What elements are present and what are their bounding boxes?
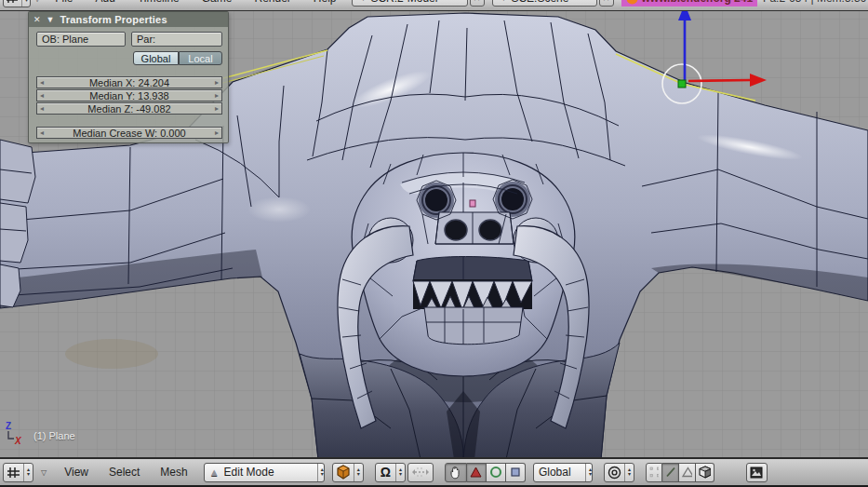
solid-shading-cube-icon xyxy=(336,465,351,480)
face-select-button[interactable] xyxy=(679,463,696,482)
menu-help[interactable]: Help xyxy=(314,0,337,5)
parent-field[interactable]: Par: xyxy=(131,32,222,47)
axis-z-label: Z xyxy=(6,421,11,431)
header-menus-collapse-icon[interactable]: ▽ xyxy=(41,468,47,477)
axis-x-label: X xyxy=(14,436,22,446)
local-toggle-button[interactable]: Local xyxy=(179,51,222,65)
transform-properties-panel[interactable]: ✕ ▼ Transform Properties OB: Plane Par: … xyxy=(28,11,229,143)
render-this-window-button[interactable] xyxy=(746,463,768,482)
snap-dashed-arrows-button[interactable] xyxy=(407,463,434,482)
pivot-cursor-dot xyxy=(470,200,475,207)
slider-left-icon[interactable]: ◂ xyxy=(40,77,44,88)
median-z-slider[interactable]: ◂ Median Z: -49.082 ▸ xyxy=(36,102,222,115)
collapse-icon[interactable]: ▼ xyxy=(47,15,55,24)
occlude-cube-icon xyxy=(699,466,711,479)
vertex-select-button[interactable] xyxy=(646,463,662,482)
top-menu-bar: ▴▾ ▽ File Add Timeline Game Render Help … xyxy=(0,0,868,11)
menu-view[interactable]: View xyxy=(64,466,88,479)
manipulator-toggle-button[interactable] xyxy=(445,463,467,482)
translate-manipulator-button[interactable] xyxy=(467,463,487,482)
menu-mesh[interactable]: Mesh xyxy=(160,466,187,479)
hand-icon xyxy=(448,465,462,480)
menu-select[interactable]: Select xyxy=(109,466,140,479)
scale-square-icon xyxy=(510,467,521,478)
window-type-grid-icon xyxy=(6,0,19,5)
rotate-manipulator-button[interactable] xyxy=(487,463,506,482)
chevron-down-icon: ▼ xyxy=(501,0,508,3)
proportional-edit-omega-icon: Ω xyxy=(379,465,393,480)
vertex-select-icon xyxy=(649,467,659,478)
slider-right-icon[interactable]: ▸ xyxy=(215,103,219,115)
occlude-geometry-button[interactable] xyxy=(696,463,714,482)
menu-file[interactable]: File xyxy=(55,0,73,5)
slider-left-icon[interactable]: ◂ xyxy=(40,90,44,101)
screen-delete-button[interactable]: ✕ xyxy=(470,0,485,7)
slider-left-icon[interactable]: ◂ xyxy=(40,103,44,115)
window-type-button[interactable]: ▴▾ xyxy=(3,0,31,7)
viewport-header-toolbar: ▴▾ ▽ View Select Mesh ▲ Edit Mode ▴▾ ▴▾ … xyxy=(0,457,868,487)
manipulator-center-handle[interactable] xyxy=(678,80,686,88)
axis-corner-lines xyxy=(8,431,14,439)
blender-logo-icon xyxy=(626,0,638,5)
object-name-field[interactable]: OB: Plane xyxy=(36,32,126,47)
chevron-down-icon: ▼ xyxy=(360,0,367,3)
active-object-label: (1) Plane xyxy=(33,430,75,441)
scale-manipulator-button[interactable] xyxy=(506,463,526,482)
menu-game[interactable]: Game xyxy=(202,0,233,5)
panel-header[interactable]: ✕ ▼ Transform Properties xyxy=(29,12,228,27)
orientation-selector[interactable]: Global ▴▾ xyxy=(533,463,593,482)
scene-statistics: Fa:2-654 | Mem:5.36 xyxy=(763,0,866,5)
slider-right-icon[interactable]: ▸ xyxy=(215,90,219,101)
edit-mode-icon: ▲ xyxy=(209,467,220,478)
blender-version-link[interactable]: www.blender.org 241 xyxy=(621,0,758,7)
proportional-edit-button[interactable]: Ω ▴▾ xyxy=(375,463,406,482)
editor-type-button[interactable]: ▴▾ xyxy=(3,463,33,482)
editor-type-grid-icon xyxy=(7,466,20,480)
face-select-icon xyxy=(682,467,692,478)
mode-selector[interactable]: ▲ Edit Mode ▴▾ xyxy=(204,463,325,482)
rotate-torus-icon xyxy=(489,466,502,479)
viewport-axis-indicator: Z X xyxy=(4,419,28,451)
panel-title: Transform Properties xyxy=(60,14,167,25)
pivot-point-button[interactable]: ▴▾ xyxy=(604,463,634,482)
slider-right-icon[interactable]: ▸ xyxy=(215,128,219,139)
manipulator-buttons xyxy=(445,463,526,482)
median-y-slider[interactable]: ◂ Median Y: 13.938 ▸ xyxy=(36,89,222,101)
close-icon[interactable]: ✕ xyxy=(33,15,41,24)
slider-right-icon[interactable]: ▸ xyxy=(215,77,219,88)
dashed-arrows-icon xyxy=(411,466,430,479)
manipulator-x-arrow[interactable] xyxy=(688,80,750,81)
menu-add[interactable]: Add xyxy=(96,0,115,5)
select-mode-buttons xyxy=(646,463,714,482)
edge-select-button[interactable] xyxy=(662,463,679,482)
median-crease-slider[interactable]: ◂ Median Crease W: 0.000 ▸ xyxy=(36,127,222,139)
viewport-shading-button[interactable]: ▴▾ xyxy=(332,463,364,482)
pivot-median-icon xyxy=(608,466,621,480)
edge-select-icon xyxy=(665,467,675,478)
header-collapse-icon[interactable]: ▽ xyxy=(34,0,40,3)
screen-selector[interactable]: ▼ SCR:2-Model xyxy=(352,0,468,7)
blender-window: ▴▾ ▽ File Add Timeline Game Render Help … xyxy=(0,0,868,487)
translate-cone-icon xyxy=(470,467,482,479)
menu-render[interactable]: Render xyxy=(254,0,290,5)
scene-delete-button[interactable]: ✕ xyxy=(599,0,614,7)
median-x-slider[interactable]: ◂ Median X: 24.204 ▸ xyxy=(36,76,222,88)
scene-selector[interactable]: ▼ SCE:Scene xyxy=(492,0,597,7)
global-toggle-button[interactable]: Global xyxy=(133,51,179,65)
menu-timeline[interactable]: Timeline xyxy=(138,0,180,5)
render-image-icon xyxy=(750,467,763,479)
slider-left-icon[interactable]: ◂ xyxy=(40,128,44,139)
